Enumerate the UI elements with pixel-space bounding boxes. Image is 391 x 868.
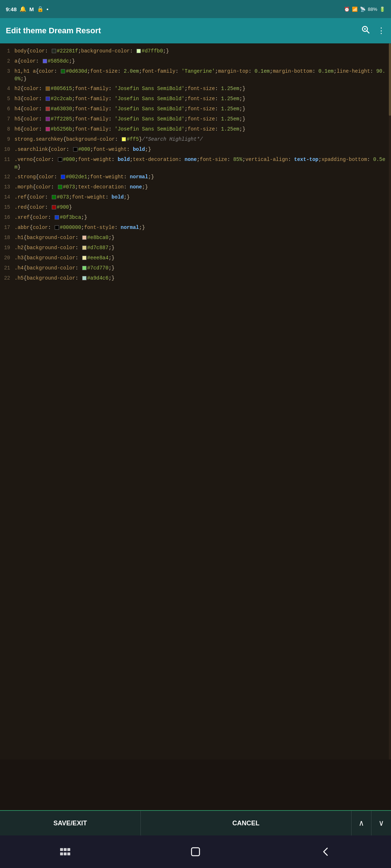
status-alarm-icon: ⏰: [344, 7, 350, 12]
line-number: 2: [3, 58, 14, 64]
toolbar-nav: ∧ ∨: [351, 811, 391, 835]
save-exit-button[interactable]: SAVE/EXIT: [0, 811, 141, 835]
line-content: .abbr{color: #000000;font-style: normal;…: [14, 224, 388, 231]
status-battery-icon: 🔋: [379, 7, 385, 12]
line-number: 10: [3, 146, 14, 152]
status-right: ⏰ 📶 📡 88% 🔋: [344, 7, 385, 12]
page-title: Edit theme Dream Resort: [6, 26, 101, 35]
status-bar: 9:48 🔔 M 🔒 • ⏰ 📶 📡 88% 🔋: [0, 0, 391, 18]
line-number: 11: [3, 156, 14, 162]
code-editor[interactable]: 1body{color: #22281f;background-color: #…: [0, 43, 391, 760]
code-line-13[interactable]: 13.morph{color: #073;text-decoration: no…: [0, 182, 391, 192]
code-line-15[interactable]: 15.red{color: #900}: [0, 203, 391, 213]
line-number: 7: [3, 115, 14, 122]
line-content: .searchlink{color: #000;font-weight: bol…: [14, 146, 388, 153]
code-line-12[interactable]: 12.strong{color: #002de1;font-weight: no…: [0, 172, 391, 182]
status-signal-icon: 📡: [360, 7, 366, 12]
line-content: h6{color: #b5256b;font-family: 'Josefin …: [14, 125, 388, 133]
code-line-16[interactable]: 16.xref{color: #0f3bca;}: [0, 213, 391, 223]
nav-menu-button[interactable]: [54, 841, 76, 863]
scroll-up-button[interactable]: ∧: [351, 811, 371, 835]
line-number: 1: [3, 47, 14, 54]
code-line-22[interactable]: 22.h5{background-color: #a9d4c6;}: [0, 273, 391, 284]
scroll-down-button[interactable]: ∨: [371, 811, 391, 835]
line-content: h3{color: #2c2cab;font-family: 'Josefin …: [14, 95, 388, 103]
status-dot: •: [47, 6, 49, 12]
line-content: a{color: #5858dc;}: [14, 58, 388, 65]
code-line-5[interactable]: 5h3{color: #2c2cab;font-family: 'Josefin…: [0, 94, 391, 104]
svg-rect-7: [64, 852, 67, 855]
line-content: strong.searchkey{background-color: #ff5}…: [14, 136, 388, 143]
code-line-4[interactable]: 4h2{color: #805615;font-family: 'Josefin…: [0, 84, 391, 94]
code-line-6[interactable]: 6h4{color: #a63030;font-family: 'Josefin…: [0, 104, 391, 114]
line-content: .h5{background-color: #a9d4c6;}: [14, 275, 388, 282]
line-number: 16: [3, 214, 14, 220]
line-number: 14: [3, 193, 14, 200]
line-number: 9: [3, 136, 14, 142]
search-icon[interactable]: [361, 25, 370, 37]
line-content: .verno{color: #000;font-weight: bold;tex…: [14, 156, 388, 171]
app-header: Edit theme Dream Resort ⋮: [0, 18, 391, 43]
line-number: 20: [3, 254, 14, 261]
line-content: h5{color: #7f2285;font-family: 'Josefin …: [14, 115, 388, 123]
more-menu-icon[interactable]: ⋮: [377, 26, 385, 36]
status-time: 9:48: [6, 6, 17, 12]
code-line-3[interactable]: 3h1,h1 a{color: #0d630d;font-size: 2.0em…: [0, 67, 391, 84]
cancel-button[interactable]: CANCEL: [141, 811, 351, 835]
line-content: .ref{color: #073;font-weight: bold;}: [14, 193, 388, 201]
code-line-9[interactable]: 9strong.searchkey{background-color: #ff5…: [0, 135, 391, 145]
scrollbar[interactable]: [389, 43, 391, 760]
svg-rect-8: [67, 852, 70, 855]
code-line-11[interactable]: 11.verno{color: #000;font-weight: bold;t…: [0, 155, 391, 172]
line-number: 6: [3, 105, 14, 112]
code-line-18[interactable]: 18.h1{background-color: #e8bca0;}: [0, 233, 391, 243]
status-icon-lock: 🔒: [37, 6, 44, 12]
line-content: .h2{background-color: #d7c887;}: [14, 244, 388, 252]
line-content: .xref{color: #0f3bca;}: [14, 214, 388, 221]
line-number: 19: [3, 244, 14, 251]
line-content: .h3{background-color: #eee8a4;}: [14, 254, 388, 262]
line-content: .h1{background-color: #e8bca0;}: [14, 234, 388, 242]
svg-rect-4: [64, 848, 67, 851]
line-number: 13: [3, 183, 14, 190]
code-line-14[interactable]: 14.ref{color: #073;font-weight: bold;}: [0, 192, 391, 203]
code-line-2[interactable]: 2a{color: #5858dc;}: [0, 56, 391, 67]
status-left: 9:48 🔔 M 🔒 •: [6, 6, 49, 12]
svg-rect-3: [60, 848, 63, 851]
line-number: 18: [3, 234, 14, 241]
bottom-toolbar: SAVE/EXIT CANCEL ∧ ∨: [0, 810, 391, 835]
line-content: body{color: #22281f;background-color: #d…: [14, 47, 388, 55]
nav-home-button[interactable]: [185, 841, 206, 863]
line-number: 3: [3, 68, 14, 74]
code-line-20[interactable]: 20.h3{background-color: #eee8a4;}: [0, 253, 391, 263]
status-battery: 88%: [368, 7, 377, 12]
line-number: 22: [3, 275, 14, 281]
line-number: 17: [3, 224, 14, 230]
svg-rect-9: [192, 848, 199, 856]
nav-bar: [0, 835, 391, 868]
line-content: .red{color: #900}: [14, 204, 388, 211]
line-content: .h4{background-color: #7cd770;}: [14, 264, 388, 272]
header-actions: ⋮: [361, 25, 385, 37]
code-line-1[interactable]: 1body{color: #22281f;background-color: #…: [0, 46, 391, 56]
line-content: h1,h1 a{color: #0d630d;font-size: 2.0em;…: [14, 68, 388, 83]
line-number: 4: [3, 85, 14, 92]
status-icon-alarm: 🔔: [20, 6, 26, 12]
code-line-8[interactable]: 8h6{color: #b5256b;font-family: 'Josefin…: [0, 124, 391, 135]
code-line-10[interactable]: 10.searchlink{color: #000;font-weight: b…: [0, 145, 391, 155]
svg-rect-6: [60, 852, 63, 855]
line-number: 5: [3, 95, 14, 102]
code-line-19[interactable]: 19.h2{background-color: #d7c887;}: [0, 243, 391, 253]
line-content: .strong{color: #002de1;font-weight: norm…: [14, 173, 388, 181]
code-line-21[interactable]: 21.h4{background-color: #7cd770;}: [0, 263, 391, 273]
code-line-17[interactable]: 17.abbr{color: #000000;font-style: norma…: [0, 223, 391, 233]
svg-rect-2: [364, 28, 366, 30]
line-number: 12: [3, 173, 14, 180]
status-wifi-icon: 📶: [352, 7, 358, 12]
nav-back-button[interactable]: [315, 841, 337, 863]
scrollbar-thumb[interactable]: [389, 43, 391, 116]
svg-rect-5: [67, 848, 70, 851]
code-line-7[interactable]: 7h5{color: #7f2285;font-family: 'Josefin…: [0, 114, 391, 124]
line-content: .morph{color: #073;text-decoration: none…: [14, 183, 388, 191]
line-number: 21: [3, 264, 14, 271]
